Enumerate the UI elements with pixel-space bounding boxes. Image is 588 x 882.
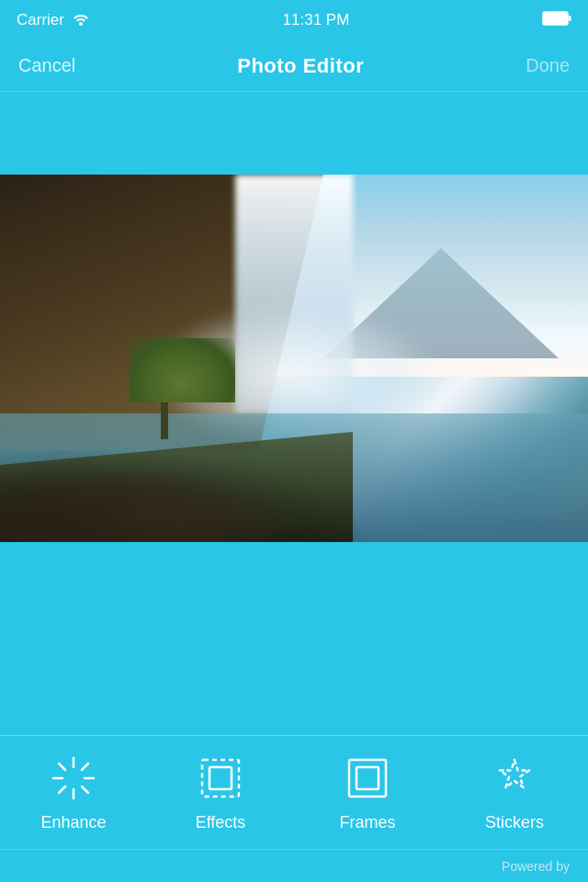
page-title: Photo Editor xyxy=(237,54,364,78)
bottom-spacer xyxy=(0,542,588,616)
toolbar: Enhance Effects Frames xyxy=(0,735,588,882)
vegetation xyxy=(130,347,235,439)
status-left: Carrier xyxy=(17,11,90,30)
cancel-button[interactable]: Cancel xyxy=(18,55,75,76)
effects-icon xyxy=(195,752,246,804)
svg-line-8 xyxy=(82,763,88,770)
photo-scene xyxy=(0,175,588,542)
stickers-label: Stickers xyxy=(485,813,544,832)
svg-rect-12 xyxy=(349,760,386,797)
toolbar-items: Enhance Effects Frames xyxy=(0,736,588,849)
toolbar-item-enhance[interactable]: Enhance xyxy=(0,736,147,849)
stickers-icon xyxy=(489,752,540,804)
rocks-foreground xyxy=(0,377,588,542)
status-right xyxy=(542,10,571,30)
photo-container[interactable] xyxy=(0,175,588,542)
status-bar: Carrier 11:31 PM xyxy=(0,0,588,40)
wifi-icon xyxy=(72,11,90,30)
frames-label: Frames xyxy=(339,813,395,832)
svg-rect-11 xyxy=(209,767,232,789)
toolbar-footer: Powered by xyxy=(0,849,588,882)
toolbar-item-effects[interactable]: Effects xyxy=(147,736,294,849)
toolbar-item-frames[interactable]: Frames xyxy=(294,736,441,849)
top-spacer xyxy=(0,92,588,175)
enhance-label: Enhance xyxy=(40,813,106,832)
svg-line-6 xyxy=(59,763,65,770)
svg-line-9 xyxy=(59,786,65,793)
carrier-label: Carrier xyxy=(17,11,64,29)
toolbar-item-stickers[interactable]: Stickers xyxy=(441,736,588,849)
powered-by-label: Powered by xyxy=(502,859,570,874)
nav-bar: Cancel Photo Editor Done xyxy=(0,40,588,92)
svg-rect-0 xyxy=(543,12,568,25)
svg-line-7 xyxy=(82,786,88,793)
svg-rect-10 xyxy=(202,760,239,797)
enhance-icon xyxy=(48,752,99,804)
done-button[interactable]: Done xyxy=(526,55,570,76)
status-time: 11:31 PM xyxy=(283,11,350,29)
main-content xyxy=(0,92,588,616)
svg-rect-1 xyxy=(569,16,571,21)
svg-rect-13 xyxy=(356,767,379,789)
battery-icon xyxy=(542,10,571,30)
effects-label: Effects xyxy=(196,813,246,832)
frames-icon xyxy=(342,752,393,804)
